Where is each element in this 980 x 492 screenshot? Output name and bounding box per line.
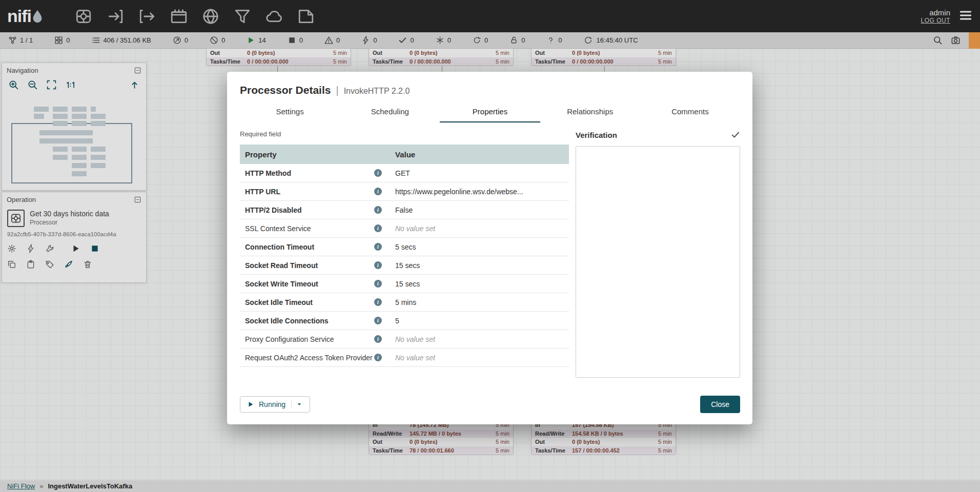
property-value: 15 secs <box>392 261 569 270</box>
property-value: No value set <box>392 335 569 343</box>
property-name: HTTP Method <box>240 169 374 177</box>
check-icon[interactable] <box>731 130 740 139</box>
dialog-title: Processor Details <box>240 84 331 96</box>
required-field-label: Required field <box>240 130 569 138</box>
info-icon[interactable]: i <box>374 243 382 251</box>
property-value: 15 secs <box>392 280 569 288</box>
info-cell: i <box>374 169 392 177</box>
info-cell: i <box>374 224 392 232</box>
info-cell: i <box>374 280 392 288</box>
tab-comments[interactable]: Comments <box>640 102 740 122</box>
property-name: Socket Idle Timeout <box>240 298 374 306</box>
property-name: Socket Idle Connections <box>240 317 374 325</box>
info-icon[interactable]: i <box>374 280 382 288</box>
property-value: https://www.pegelonline.wsv.de/webse... <box>392 188 569 196</box>
info-cell: i <box>374 243 392 251</box>
info-icon[interactable]: i <box>374 298 382 306</box>
caret-down-icon[interactable] <box>291 401 303 408</box>
info-icon[interactable]: i <box>374 335 382 343</box>
property-value: No value set <box>392 224 569 233</box>
property-row: Socket Idle Timeouti5 mins <box>240 293 569 312</box>
property-row: SSL Context ServiceiNo value set <box>240 219 569 238</box>
clipped-row <box>240 367 569 376</box>
verification-results <box>576 146 740 378</box>
property-name: Proxy Configuration Service <box>240 335 374 343</box>
property-value: 5 <box>392 317 569 325</box>
property-column-header: Property <box>240 150 392 159</box>
property-name: Request OAuth2 Access Token Provider <box>240 354 374 362</box>
info-icon[interactable]: i <box>374 188 382 195</box>
info-cell: i <box>374 188 392 195</box>
close-button[interactable]: Close <box>700 396 740 413</box>
property-value: No value set <box>392 354 569 362</box>
property-name: Socket Read Timeout <box>240 261 374 270</box>
dialog-footer: Running Close <box>240 396 740 413</box>
properties-table-header: Property Value <box>240 145 569 164</box>
tab-settings[interactable]: Settings <box>240 102 340 122</box>
info-cell: i <box>374 354 392 361</box>
info-icon[interactable]: i <box>374 317 382 324</box>
verification-title: Verification <box>576 131 617 139</box>
info-cell: i <box>374 206 392 214</box>
property-value: GET <box>392 169 569 177</box>
property-name: HTTP/2 Disabled <box>240 206 374 214</box>
info-icon[interactable]: i <box>374 354 382 361</box>
dialog-title-separator: | <box>336 85 338 96</box>
tab-properties[interactable]: Properties <box>440 102 540 122</box>
tab-relationships[interactable]: Relationships <box>540 102 640 122</box>
property-row: Socket Write Timeouti15 secs <box>240 275 569 293</box>
processor-details-dialog: Processor Details | InvokeHTTP 2.2.0 Set… <box>227 72 752 424</box>
run-state-label: Running <box>259 400 285 408</box>
property-row: HTTP/2 DisablediFalse <box>240 201 569 219</box>
play-icon <box>247 401 254 408</box>
properties-table: Property Value HTTP MethodiGETHTTP URLih… <box>240 145 569 376</box>
property-value: 5 mins <box>392 298 569 306</box>
info-cell: i <box>374 317 392 324</box>
property-name: SSL Context Service <box>240 224 374 233</box>
verification-header: Verification <box>576 130 740 139</box>
value-column-header: Value <box>392 150 569 159</box>
property-name: HTTP URL <box>240 188 374 196</box>
property-value: 5 secs <box>392 243 569 251</box>
property-row: Connection Timeouti5 secs <box>240 238 569 256</box>
info-cell: i <box>374 335 392 343</box>
property-row: HTTP URLihttps://www.pegelonline.wsv.de/… <box>240 182 569 201</box>
run-state-button[interactable]: Running <box>240 396 310 413</box>
property-row: Proxy Configuration ServiceiNo value set <box>240 330 569 348</box>
property-row: HTTP MethodiGET <box>240 164 569 182</box>
info-cell: i <box>374 298 392 306</box>
info-icon[interactable]: i <box>374 224 382 232</box>
dialog-tabs: SettingsSchedulingPropertiesRelationship… <box>240 102 740 122</box>
info-icon[interactable]: i <box>374 169 382 177</box>
property-row: Request OAuth2 Access Token ProvideriNo … <box>240 348 569 367</box>
info-icon[interactable]: i <box>374 206 382 214</box>
tab-scheduling[interactable]: Scheduling <box>340 102 440 122</box>
property-value: False <box>392 206 569 214</box>
info-cell: i <box>374 261 392 269</box>
property-row: Socket Read Timeouti15 secs <box>240 256 569 275</box>
info-icon[interactable]: i <box>374 261 382 269</box>
property-row: Socket Idle Connectionsi5 <box>240 312 569 330</box>
property-name: Socket Write Timeout <box>240 280 374 288</box>
dialog-title-row: Processor Details | InvokeHTTP 2.2.0 <box>240 84 740 96</box>
property-name: Connection Timeout <box>240 243 374 251</box>
dialog-subtitle: InvokeHTTP 2.2.0 <box>344 87 410 96</box>
